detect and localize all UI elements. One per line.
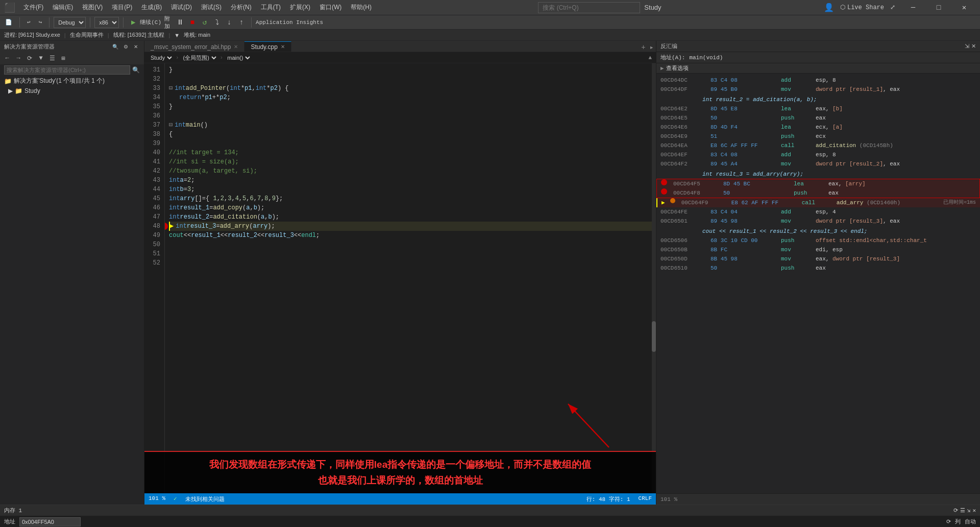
debug-config-select[interactable]: Debug [54, 17, 86, 28]
menu-project[interactable]: 项目(P) [108, 2, 136, 13]
col-label: 列 [955, 518, 961, 525]
pause-btn[interactable]: ⏸ [175, 17, 186, 28]
breakpoint-marker-48 [165, 223, 168, 230]
memory-list-icon[interactable]: ☰ [960, 507, 965, 514]
menu-analyze[interactable]: 分析(N) [227, 2, 256, 13]
menu-edit[interactable]: 编辑(E) [48, 2, 77, 13]
solution-root-item[interactable]: 📁 解决方案'Study'(1 个项目/共 1 个) [0, 76, 144, 86]
disasm-header: 反汇编 ⇲ ✕ [656, 41, 980, 52]
restart-btn[interactable]: ↺ [199, 17, 210, 28]
project-item[interactable]: ▶ 📁 Study [0, 86, 144, 95]
filter-icon[interactable]: ▼ [174, 32, 180, 38]
tab-msvc-close-icon[interactable]: ✕ [234, 44, 238, 50]
search-input[interactable] [538, 2, 640, 13]
code-line-45: int arry[] = { 1, 2, 3, 4, 5, 6, 7, 8, 9… [169, 194, 652, 203]
editor-status-bar: 101 % ✓ 未找到相关问题 行: 48 字符: 1 CRLF [144, 493, 656, 505]
disasm-float-icon[interactable]: ⇲ [965, 43, 969, 50]
menu-file[interactable]: 文件(F) [19, 2, 47, 13]
tab-add-icon[interactable]: + [641, 43, 645, 52]
disasm-source-0: int result_2 = add_citation(a, b); [656, 94, 980, 104]
title-bar-center: Study [538, 2, 661, 13]
close-button[interactable]: ✕ [952, 0, 976, 15]
sep4 [123, 17, 124, 28]
menu-window[interactable]: 窗口(W) [315, 2, 346, 13]
tab-scroll-right-icon[interactable]: ▸ [650, 43, 654, 52]
breadcrumb-func-select[interactable]: main() [225, 53, 252, 63]
menu-view[interactable]: 视图(V) [78, 2, 107, 13]
sol-search-icon[interactable]: 🔍 [132, 66, 140, 74]
sol-back-btn[interactable]: ← [2, 53, 12, 63]
menu-extensions[interactable]: 扩展(X) [286, 2, 314, 13]
settings-icon[interactable]: ⚙ [121, 42, 130, 51]
sol-props-btn[interactable]: ⊞ [58, 53, 68, 63]
breadcrumb-sep1: › [176, 55, 179, 61]
left-panel: 解决方案资源管理器 🔍 ⚙ ✕ ← → ⟳ ▼ ☰ ⊞ 🔍 📁 解决方案'Stu… [0, 41, 144, 505]
menu-help[interactable]: 帮助(H) [347, 2, 376, 13]
process-label: 进程: [9612] Study.exe [4, 31, 60, 39]
memory-refresh-icon[interactable]: ⟳ [953, 507, 958, 514]
memory-float-icon[interactable]: ⇲ [967, 507, 971, 514]
sol-forward-btn[interactable]: → [13, 53, 23, 63]
bottom-panel: 内存 1 ⟳ ☰ ⇲ ✕ 地址 ⟳ 列 自动 0x004FF5A0 cc cc … [0, 505, 980, 527]
menu-test[interactable]: 测试(S) [197, 2, 226, 13]
platform-select[interactable]: x86 [94, 17, 119, 28]
solution-search-input[interactable] [4, 65, 130, 75]
menu-build[interactable]: 生成(B) [137, 2, 166, 13]
right-panel: 反汇编 ⇲ ✕ 地址(A): main(void) ▶ 查看选项 00CD64D… [656, 41, 980, 505]
scroll-up-icon[interactable]: ▲ [648, 55, 652, 61]
solution-search-bar: 🔍 [0, 64, 144, 76]
disasm-line-11: ▶ 00CD64F9 E8 62 AF FF FF call add_arry … [657, 198, 980, 207]
disasm-line-1: 00CD64DF 89 45 B0 mov dword ptr [result_… [656, 85, 980, 94]
title-bar-left: ⬛ 文件(F) 编辑(E) 视图(V) 项目(P) 生成(B) 调试(D) 测试… [4, 2, 376, 13]
sol-filter-btn[interactable]: ▼ [36, 53, 46, 63]
tab-study-cpp[interactable]: Study.cpp ✕ [244, 41, 291, 52]
stop-btn[interactable]: ■ [187, 17, 198, 28]
addr-label: 地址 [4, 518, 15, 525]
new-file-btn[interactable]: 📄 [2, 17, 15, 28]
tab-msvc[interactable]: _msvc_system_error_abi.hpp ✕ [144, 41, 244, 52]
memory-address-input[interactable] [19, 517, 81, 526]
mem-reload-icon[interactable]: ⟳ [946, 518, 951, 525]
stepover-btn[interactable]: ⤵ [211, 17, 223, 28]
disasm-line-7: 00CD64EF 83 C4 08 add esp, 8 [656, 150, 980, 159]
disasm-line-14: 00CD6506 68 3C 10 CD 00 push offset std:… [656, 236, 980, 245]
code-line-33: ⊟int add_Pointer(int* p1, int* p2) { [169, 84, 652, 93]
stepout-btn[interactable]: ↑ [236, 17, 247, 28]
menu-debug[interactable]: 调试(D) [167, 2, 196, 13]
redo-btn[interactable]: ↪ [36, 17, 45, 28]
liveshare-button[interactable]: ⬡ Live Share [840, 4, 884, 11]
app-insights-label: Application Insights [256, 19, 323, 26]
code-content-area[interactable]: } ⊟int add_Pointer(int* p1, int* p2) { r… [165, 63, 656, 493]
options-expand-icon[interactable]: ▶ [660, 65, 664, 71]
col-value: 自动 [965, 518, 976, 525]
maximize-button[interactable]: □ [927, 0, 950, 15]
breadcrumb-scope-select[interactable]: (全局范围) [181, 53, 218, 63]
search-sol-icon[interactable]: 🔍 [111, 42, 119, 51]
memory-close-icon[interactable]: ✕ [972, 507, 976, 514]
scrollbar-thumb[interactable] [652, 321, 656, 352]
code-line-44: int b = 3; [169, 185, 652, 194]
editor-scrollbar[interactable] [652, 63, 656, 493]
breadcrumb-project-select[interactable]: Study [149, 53, 174, 63]
undo-btn[interactable]: ↩ [24, 17, 34, 28]
memory-addr-bar: 地址 ⟳ 列 自动 [0, 516, 980, 527]
stepinto-btn[interactable]: ↓ [224, 17, 235, 28]
sol-view-btn[interactable]: ☰ [47, 53, 57, 63]
main-toolbar: 📄 ↩ ↪ Debug x86 ▶ 继续(C) 附加 ⏸ ■ ↺ ⤵ ↓ ↑ A… [0, 15, 980, 30]
disasm-close-icon[interactable]: ✕ [971, 43, 976, 50]
continue-btn[interactable]: ▶ [128, 17, 139, 28]
bp-circle-2 [661, 188, 667, 195]
disasm-line-13: 00CD6501 89 45 98 mov dword ptr [result_… [656, 217, 980, 226]
sol-sync-btn[interactable]: ⟳ [24, 53, 35, 63]
disasm-line-5: 00CD64E9 51 push ecx [656, 132, 980, 141]
close-panel-icon[interactable]: ✕ [132, 42, 140, 51]
disasm-line-2: 00CD64E2 8D 45 E8 lea eax, [b] [656, 104, 980, 113]
code-line-31: } [169, 65, 652, 75]
title-text: Study [644, 4, 661, 11]
tab-study-close-icon[interactable]: ✕ [281, 44, 285, 50]
menu-tools[interactable]: 工具(T) [257, 2, 285, 13]
bp-circle-3 [670, 198, 675, 203]
expand-icon[interactable]: ⤢ [890, 4, 895, 11]
memory-controls-right: ⟳ 列 自动 [946, 518, 976, 525]
minimize-button[interactable]: ─ [901, 0, 925, 15]
